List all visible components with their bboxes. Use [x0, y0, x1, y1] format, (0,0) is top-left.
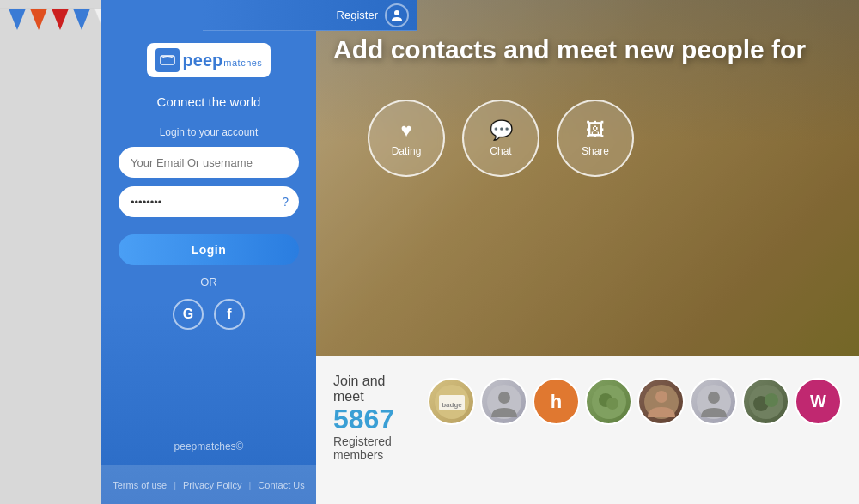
svg-point-12 — [498, 392, 510, 404]
feature-dating: ♥ Dating — [368, 100, 445, 177]
hero-content: Add contacts and meet new people for ♥ D… — [316, 0, 859, 356]
user-icon[interactable] — [385, 3, 409, 27]
bottom-bar: Join and meet 5867 Registered members ba… — [316, 356, 859, 504]
registered-text: Registered members — [333, 434, 411, 462]
contact-link[interactable]: Contact Us — [258, 480, 304, 490]
svg-marker-3 — [52, 9, 69, 30]
share-icon: 🖼 — [586, 119, 605, 142]
separator-1: | — [174, 480, 176, 490]
feature-share: 🖼 Share — [557, 100, 634, 177]
form-title: Login to your account — [119, 126, 299, 138]
login-panel: Register peep matches — [101, 0, 316, 504]
register-area: Register — [337, 3, 409, 27]
google-button[interactable]: G — [173, 299, 204, 330]
help-icon[interactable]: ? — [282, 195, 289, 209]
login-button[interactable]: Login — [119, 234, 299, 265]
avatar-6[interactable] — [690, 378, 737, 425]
terms-link[interactable]: Terms of use — [113, 480, 167, 490]
svg-point-22 — [765, 393, 778, 407]
avatar-4[interactable] — [585, 378, 632, 425]
avatar-2[interactable] — [480, 378, 527, 425]
svg-point-15 — [606, 398, 618, 410]
svg-text:badge: badge — [442, 401, 462, 409]
password-wrapper: ? — [119, 186, 299, 217]
tagline: Connect the world — [157, 94, 261, 109]
feature-chat: 💬 Chat — [462, 100, 539, 177]
avatar-3[interactable]: h — [533, 378, 580, 425]
logo-name: peep — [183, 51, 223, 70]
dating-label: Dating — [392, 145, 422, 157]
email-input[interactable] — [119, 147, 299, 178]
svg-point-17 — [655, 391, 667, 403]
footer-links: Terms of use | Privacy Policy | Contact … — [101, 465, 316, 504]
facebook-button[interactable]: f — [214, 299, 245, 330]
password-input[interactable] — [119, 186, 299, 217]
logo-text-group: peep matches — [183, 51, 263, 70]
top-bar: Register — [203, 0, 417, 31]
avatars-row: badge h — [428, 356, 842, 425]
footer-brand: peepmatches© — [174, 440, 244, 452]
chat-label: Chat — [490, 145, 511, 157]
privacy-link[interactable]: Privacy Policy — [183, 480, 241, 490]
member-count: 5867 — [333, 404, 411, 434]
avatar-8[interactable]: W — [795, 378, 842, 425]
svg-point-19 — [708, 392, 720, 404]
dating-icon: ♥ — [400, 119, 411, 142]
login-form: Login to your account ? Login OR G f — [101, 126, 316, 330]
members-info: Join and meet 5867 Registered members — [333, 356, 411, 462]
social-buttons: G f — [119, 299, 299, 330]
register-label: Register — [337, 9, 378, 21]
join-text: Join and meet — [333, 373, 411, 404]
chat-icon: 💬 — [490, 119, 513, 142]
avatar-5[interactable] — [637, 378, 685, 425]
feature-circles: ♥ Dating 💬 Chat 🖼 Share — [316, 74, 859, 203]
svg-point-6 — [394, 10, 399, 15]
svg-marker-2 — [30, 9, 47, 30]
svg-marker-4 — [73, 9, 90, 30]
svg-marker-1 — [9, 9, 26, 30]
logo-sub: matches — [223, 58, 262, 68]
logo-icon — [155, 48, 180, 72]
logo-box: peep matches — [147, 43, 271, 77]
left-background — [0, 0, 101, 504]
share-label: Share — [582, 145, 609, 157]
or-divider: OR — [119, 276, 299, 288]
avatar-7[interactable] — [742, 378, 789, 425]
logo-area: peep matches — [147, 43, 271, 81]
avatar-1[interactable]: badge — [428, 378, 475, 425]
separator-2: | — [249, 480, 252, 490]
